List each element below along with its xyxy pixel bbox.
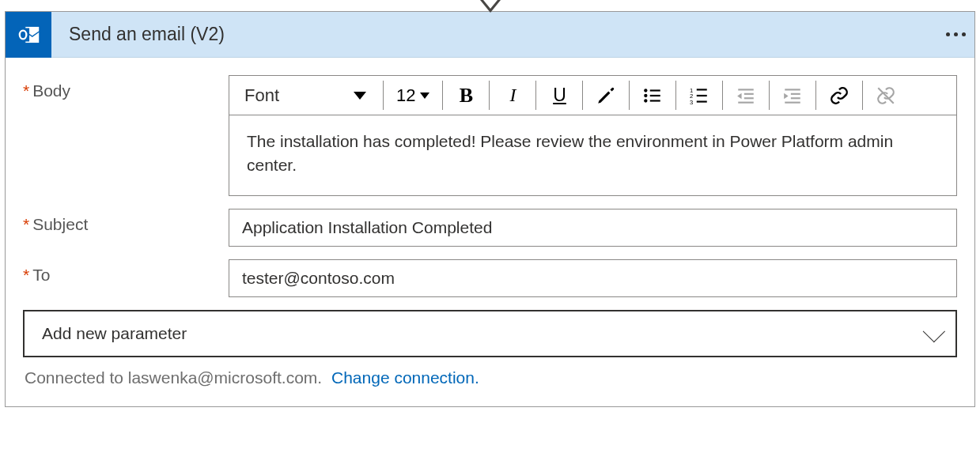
chevron-down-icon <box>923 320 945 342</box>
italic-button[interactable]: I <box>496 76 529 115</box>
rich-text-editor: Font 12 B I U <box>229 75 957 196</box>
chevron-down-icon <box>420 92 429 99</box>
svg-rect-5 <box>650 89 660 91</box>
svg-point-8 <box>645 99 648 102</box>
card-header[interactable]: Send an email (V2) <box>6 12 974 58</box>
font-size-dropdown[interactable]: 12 <box>390 76 436 115</box>
svg-rect-24 <box>785 101 801 103</box>
svg-rect-22 <box>791 92 800 94</box>
body-editor[interactable]: The installation has completed! Please r… <box>229 115 956 195</box>
svg-rect-11 <box>697 89 707 90</box>
svg-marker-25 <box>785 92 789 99</box>
to-input[interactable] <box>229 259 957 297</box>
more-actions-button[interactable] <box>936 12 974 57</box>
remove-link-button <box>869 76 902 115</box>
svg-rect-9 <box>650 100 660 101</box>
svg-rect-15 <box>697 100 707 102</box>
numbered-list-button[interactable]: 1 2 3 <box>683 76 716 115</box>
flow-arrow-in <box>480 0 501 13</box>
svg-rect-19 <box>739 101 755 103</box>
outlook-icon <box>6 12 51 58</box>
svg-point-4 <box>645 89 648 92</box>
svg-marker-20 <box>738 92 742 99</box>
dropdown-placeholder: Add new parameter <box>42 324 187 343</box>
svg-text:3: 3 <box>691 98 694 105</box>
insert-link-button[interactable] <box>823 76 856 115</box>
card-title: Send an email (V2) <box>51 24 936 45</box>
subject-input[interactable] <box>229 209 957 247</box>
chevron-down-icon <box>354 92 366 100</box>
body-label: *Body <box>23 75 229 196</box>
to-label: *To <box>23 259 229 297</box>
svg-rect-13 <box>697 94 707 96</box>
subject-label: *Subject <box>23 209 229 247</box>
svg-rect-18 <box>744 97 754 99</box>
underline-button[interactable]: U <box>543 76 576 115</box>
add-parameter-dropdown[interactable]: Add new parameter <box>23 310 957 357</box>
color-picker-button[interactable] <box>589 76 622 115</box>
action-card: Send an email (V2) *Body Font <box>5 11 975 407</box>
connection-footer: Connected to laswenka@microsoft.com. Cha… <box>23 357 957 398</box>
increase-indent-button <box>776 76 809 115</box>
connected-to-text: Connected to laswenka@microsoft.com. <box>25 368 322 387</box>
svg-rect-21 <box>785 89 801 90</box>
font-family-dropdown[interactable]: Font <box>234 76 376 115</box>
svg-rect-16 <box>739 89 755 90</box>
svg-rect-17 <box>744 92 754 94</box>
decrease-indent-button <box>729 76 762 115</box>
svg-point-6 <box>645 93 648 96</box>
change-connection-link[interactable]: Change connection. <box>327 368 479 387</box>
rte-toolbar: Font 12 B I U <box>229 76 956 115</box>
svg-rect-7 <box>650 94 660 96</box>
bullet-list-button[interactable] <box>636 76 669 115</box>
svg-rect-23 <box>791 97 800 99</box>
bold-button[interactable]: B <box>449 76 482 115</box>
